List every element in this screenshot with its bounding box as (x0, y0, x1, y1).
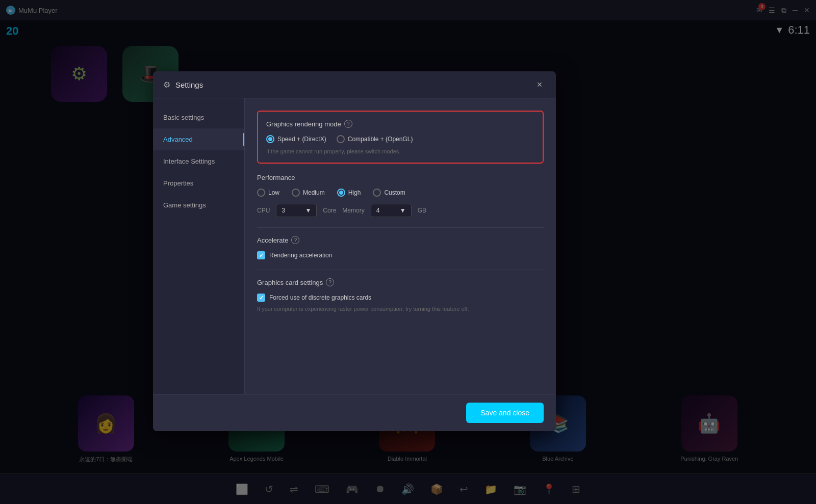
graphics-rendering-help-icon[interactable]: ? (344, 120, 352, 128)
dialog-title: Settings (175, 81, 528, 89)
radio-opengl-label: Compatible + (OpenGL) (348, 136, 413, 143)
save-close-button[interactable]: Save and close (466, 403, 544, 423)
radio-directx[interactable]: Speed + (DirectX) (266, 135, 326, 143)
rendering-acceleration-row: ✓ Rendering acceleration (257, 251, 544, 259)
radio-opengl[interactable]: Compatible + (OpenGL) (337, 135, 413, 143)
settings-icon: ⚙ (163, 80, 170, 90)
perf-custom-circle (373, 189, 381, 197)
graphics-card-help-icon[interactable]: ? (326, 278, 334, 286)
accelerate-title: Accelerate ? (257, 236, 544, 244)
rendering-acceleration-label: Rendering acceleration (269, 252, 332, 259)
divider-2 (257, 270, 544, 270)
memory-label: Memory (342, 207, 364, 214)
performance-title: Performance (257, 174, 544, 181)
perf-high[interactable]: High (337, 189, 361, 197)
graphics-card-hint: If your computer is experiencing faster … (257, 306, 544, 312)
dialog-footer: Save and close (153, 394, 556, 431)
perf-low[interactable]: Low (257, 189, 279, 197)
perf-high-label: High (348, 189, 361, 196)
dialog-close-button[interactable]: × (533, 78, 546, 91)
perf-low-circle (257, 189, 265, 197)
nav-item-game[interactable]: Game settings (153, 194, 244, 216)
dialog-nav: Basic settings Advanced Interface Settin… (153, 98, 245, 394)
radio-directx-label: Speed + (DirectX) (277, 136, 326, 143)
graphics-rendering-hint: If the game cannot run properly, please … (266, 148, 534, 154)
radio-directx-circle (266, 135, 274, 143)
radio-opengl-circle (337, 135, 345, 143)
memory-unit: GB (418, 207, 426, 214)
forced-discrete-checkbox[interactable]: ✓ (257, 294, 265, 302)
performance-options: Low Medium High Custom (257, 189, 544, 197)
graphics-card-title: Graphics card settings ? (257, 278, 544, 286)
perf-medium-circle (292, 189, 300, 197)
core-label: Core (323, 207, 336, 214)
cpu-select[interactable]: 3 ▼ (276, 204, 317, 217)
perf-custom[interactable]: Custom (373, 189, 405, 197)
settings-dialog: ⚙ Settings × Basic settings Advanced Int… (153, 71, 556, 431)
rendering-acceleration-checkbox[interactable]: ✓ (257, 251, 265, 259)
performance-section: Performance Low Medium High (257, 174, 544, 217)
divider-1 (257, 227, 544, 228)
perf-high-circle (337, 189, 345, 197)
cpu-label: CPU (257, 207, 270, 214)
perf-custom-label: Custom (384, 189, 405, 196)
memory-select[interactable]: 4 ▼ (371, 204, 412, 217)
graphics-rendering-options: Speed + (DirectX) Compatible + (OpenGL) (266, 135, 534, 143)
perf-low-label: Low (268, 189, 279, 196)
dialog-header: ⚙ Settings × (153, 71, 556, 98)
nav-item-interface[interactable]: Interface Settings (153, 150, 244, 172)
dialog-content: Graphics rendering mode ? Speed + (Direc… (245, 98, 556, 394)
accelerate-help-icon[interactable]: ? (291, 236, 299, 244)
nav-item-properties[interactable]: Properties (153, 172, 244, 194)
perf-medium[interactable]: Medium (292, 189, 325, 197)
nav-item-basic[interactable]: Basic settings (153, 107, 244, 128)
graphics-rendering-title: Graphics rendering mode ? (266, 120, 534, 128)
perf-medium-label: Medium (303, 189, 325, 196)
nav-item-advanced[interactable]: Advanced (153, 128, 244, 150)
graphics-card-section: Graphics card settings ? ✓ Forced use of… (257, 278, 544, 312)
accelerate-section: Accelerate ? ✓ Rendering acceleration (257, 236, 544, 259)
forced-discrete-row: ✓ Forced use of discrete graphics cards (257, 294, 544, 302)
dialog-body: Basic settings Advanced Interface Settin… (153, 98, 556, 394)
graphics-rendering-section: Graphics rendering mode ? Speed + (Direc… (257, 111, 544, 164)
forced-discrete-label: Forced use of discrete graphics cards (269, 294, 371, 301)
perf-cpu-row: CPU 3 ▼ Core Memory 4 ▼ GB (257, 204, 544, 217)
